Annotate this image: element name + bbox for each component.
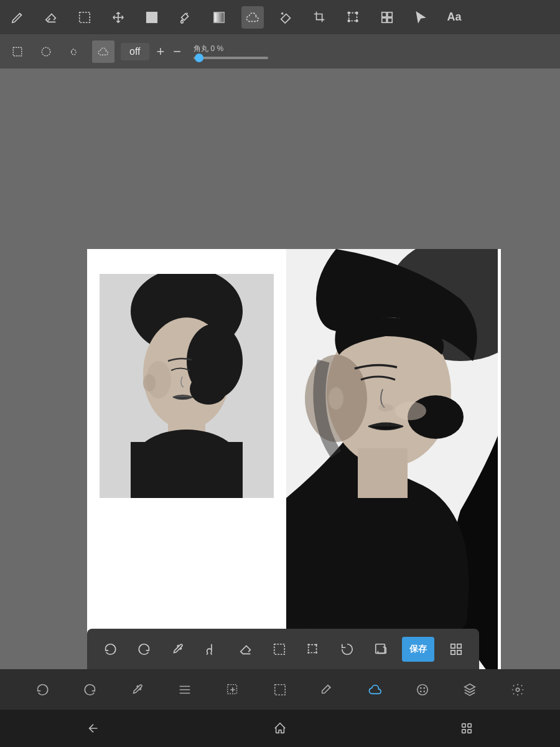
svg-rect-41 xyxy=(451,644,455,647)
svg-rect-35 xyxy=(309,644,317,652)
move-tool[interactable] xyxy=(107,6,129,29)
cloud-selection-mode[interactable] xyxy=(92,40,114,63)
svg-point-4 xyxy=(348,12,350,14)
svg-rect-53 xyxy=(462,724,466,728)
svg-point-51 xyxy=(423,690,425,692)
svg-rect-11 xyxy=(388,17,392,22)
export-button[interactable] xyxy=(368,637,393,662)
svg-point-39 xyxy=(315,652,317,654)
magic-wand-tool[interactable] xyxy=(275,6,297,29)
sys-cloud-button[interactable] xyxy=(363,677,388,702)
svg-rect-40 xyxy=(376,644,385,653)
rect-select-bottom-button[interactable] xyxy=(267,637,292,662)
paint-bucket-tool[interactable] xyxy=(174,6,197,29)
sys-eyedropper-button[interactable] xyxy=(125,677,150,702)
svg-rect-2 xyxy=(214,12,225,22)
crop-tool[interactable] xyxy=(309,6,331,29)
lasso-selection-mode[interactable] xyxy=(63,40,86,63)
svg-point-13 xyxy=(42,47,50,56)
pencil-tool[interactable] xyxy=(6,6,29,29)
nav-bar xyxy=(0,710,560,747)
svg-point-31 xyxy=(378,404,393,411)
ellipse-selection-mode[interactable] xyxy=(35,40,57,63)
svg-rect-21 xyxy=(131,442,243,498)
undo-button[interactable] xyxy=(98,637,123,662)
sys-edit-button[interactable] xyxy=(220,677,245,702)
minus-button[interactable]: − xyxy=(173,44,181,60)
svg-rect-3 xyxy=(349,12,357,21)
sys-palette-button[interactable] xyxy=(410,677,435,702)
nav-recents-button[interactable] xyxy=(454,716,479,741)
svg-point-36 xyxy=(308,644,310,646)
svg-rect-45 xyxy=(227,684,236,693)
transform-tool[interactable] xyxy=(342,6,365,29)
svg-point-50 xyxy=(420,690,422,692)
text-tool[interactable]: Aa xyxy=(443,6,465,29)
svg-point-37 xyxy=(315,644,317,646)
svg-rect-9 xyxy=(388,12,392,16)
svg-rect-12 xyxy=(13,47,22,56)
transform-bottom-button[interactable] xyxy=(301,637,325,662)
svg-point-48 xyxy=(420,687,422,688)
second-toolbar: off + − 角丸 0 % xyxy=(0,34,560,68)
pointer-tool[interactable] xyxy=(409,6,432,29)
cloud-select-tool[interactable] xyxy=(241,6,264,29)
canvas-area xyxy=(0,68,560,635)
sys-menu-button[interactable] xyxy=(172,677,197,702)
system-bottom-bar xyxy=(0,669,560,710)
svg-point-24 xyxy=(146,361,171,398)
sys-undo-button[interactable] xyxy=(30,677,55,702)
sys-settings-button[interactable] xyxy=(505,677,530,702)
svg-rect-0 xyxy=(80,12,90,22)
save-button[interactable]: 保存 xyxy=(402,637,434,662)
photo-right xyxy=(286,249,498,685)
gradient-tool[interactable] xyxy=(208,6,230,29)
corner-radius-track[interactable] xyxy=(194,57,268,59)
sys-redo-button[interactable] xyxy=(78,677,103,702)
plus-button[interactable]: + xyxy=(157,44,165,60)
eraser-bottom-button[interactable] xyxy=(233,637,258,662)
grid-button[interactable] xyxy=(444,637,469,662)
svg-rect-43 xyxy=(451,650,455,654)
corner-radius-label: 角丸 0 % xyxy=(194,44,268,54)
corner-radius-slider-container: 角丸 0 % xyxy=(194,44,268,59)
svg-point-7 xyxy=(356,20,358,22)
svg-point-32 xyxy=(329,387,343,410)
svg-rect-44 xyxy=(457,650,461,654)
svg-rect-1 xyxy=(147,12,157,22)
fill-rect-tool[interactable] xyxy=(141,6,163,29)
svg-rect-34 xyxy=(274,644,285,654)
corner-radius-thumb[interactable] xyxy=(195,54,203,62)
svg-rect-46 xyxy=(275,684,286,695)
svg-point-49 xyxy=(423,687,425,688)
eraser-tool[interactable] xyxy=(40,6,62,29)
svg-point-38 xyxy=(308,652,310,654)
svg-point-33 xyxy=(395,402,426,420)
svg-point-5 xyxy=(356,12,358,14)
svg-rect-54 xyxy=(468,724,472,728)
eyedropper-button[interactable] xyxy=(166,637,190,662)
svg-rect-42 xyxy=(457,644,461,647)
svg-rect-10 xyxy=(382,17,386,22)
nav-back-button[interactable] xyxy=(81,716,106,741)
sys-erase-button[interactable] xyxy=(315,677,340,702)
svg-rect-55 xyxy=(462,730,466,733)
svg-point-23 xyxy=(190,374,227,405)
top-toolbar: Aa xyxy=(0,0,560,34)
off-button[interactable]: off xyxy=(121,43,149,60)
rect-selection-mode[interactable] xyxy=(6,40,29,63)
sys-selection-button[interactable] xyxy=(268,677,292,702)
photo-left xyxy=(100,274,274,498)
bottom-action-bar: 保存 xyxy=(87,629,479,669)
nav-home-button[interactable] xyxy=(268,716,292,741)
rect-select-tool[interactable] xyxy=(73,6,96,29)
rotate-button[interactable] xyxy=(335,637,360,662)
svg-point-52 xyxy=(516,688,520,692)
panel-tool[interactable] xyxy=(376,6,398,29)
brush-button[interactable] xyxy=(199,637,224,662)
svg-rect-28 xyxy=(358,448,408,498)
sys-layers-button[interactable] xyxy=(457,677,482,702)
svg-rect-8 xyxy=(382,12,386,16)
svg-point-6 xyxy=(348,20,350,22)
redo-button[interactable] xyxy=(132,637,157,662)
